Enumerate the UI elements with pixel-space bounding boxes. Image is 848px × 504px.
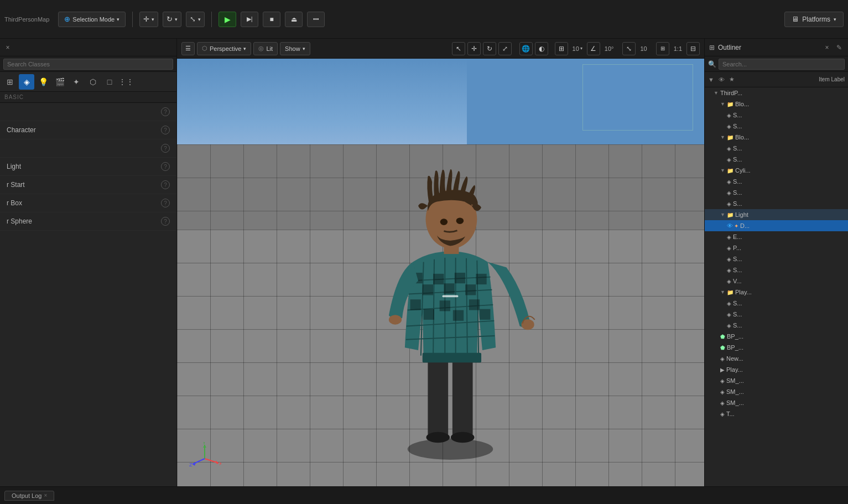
outliner-item-t[interactable]: ◈ T... <box>705 408 848 419</box>
star-filter-icon[interactable]: ★ <box>729 76 735 83</box>
world-grid-button[interactable]: 🌐 <box>519 42 533 55</box>
outliner-item-sm1[interactable]: ◈ SM_... <box>705 375 848 386</box>
lit-button[interactable]: ◎ Lit <box>253 42 278 55</box>
place-item-4-help[interactable]: ? <box>161 180 170 189</box>
transform-button[interactable]: ✛ ▾ <box>139 12 158 27</box>
place-item-5[interactable]: r Box ? <box>0 194 176 212</box>
outliner-item-bp1[interactable]: ⬟ BP_... <box>705 331 848 342</box>
place-item-1[interactable]: Character ? <box>0 121 176 139</box>
realtime-button[interactable]: ◐ <box>535 42 548 55</box>
geometry-icon-btn[interactable]: ◈ <box>19 74 34 90</box>
visual-effects-icon-btn[interactable]: ✦ <box>69 74 84 90</box>
outliner-item-s10[interactable]: ◈ S... <box>705 298 848 309</box>
outliner-edit-button[interactable]: ✎ <box>835 43 844 52</box>
filter-dropdown-icon[interactable]: ▼ <box>708 76 714 83</box>
scale-button[interactable]: ⤡ <box>622 42 636 55</box>
place-item-0-help[interactable]: ? <box>161 107 170 116</box>
place-item-1-help[interactable]: ? <box>161 126 170 134</box>
place-item-2[interactable]: ? <box>0 139 176 158</box>
rotate-button[interactable]: ↻ ▾ <box>163 12 181 27</box>
mesh-icon-s2: ◈ <box>727 123 731 129</box>
outliner-item-d[interactable]: 👁 ✦ D... <box>705 220 848 231</box>
cinematic-icon-btn[interactable]: 🎬 <box>52 74 67 90</box>
maximize-tool-button[interactable]: ⤢ <box>498 42 512 55</box>
outliner-item-cyli[interactable]: ▼ 📁 Cyli... <box>705 165 848 176</box>
outliner-item-block2[interactable]: ▼ 📁 Blo... <box>705 132 848 143</box>
output-log-close[interactable]: × <box>44 492 47 498</box>
outliner-item-s2[interactable]: ◈ S... <box>705 121 848 132</box>
more-button[interactable]: ••• <box>307 12 325 27</box>
outliner-item-p[interactable]: ◈ P... <box>705 242 848 253</box>
svg-rect-18 <box>476 273 486 284</box>
selection-mode-button[interactable]: ⊕ Selection Mode ▾ <box>58 12 126 27</box>
outliner-close-button[interactable]: × <box>823 43 831 52</box>
place-actors-tab-close[interactable]: × <box>3 43 12 52</box>
place-item-2-help[interactable]: ? <box>161 144 170 153</box>
mesh-icon-s3: ◈ <box>727 146 731 152</box>
outliner-item-s7[interactable]: ◈ S... <box>705 198 848 209</box>
outliner-search-input[interactable] <box>719 59 845 70</box>
grid-toggle-button[interactable]: ⊞ <box>555 42 568 55</box>
outliner-item-v[interactable]: ◈ V... <box>705 276 848 287</box>
perspective-button[interactable]: ⬡ Perspective ▾ <box>197 42 251 55</box>
place-item-0[interactable]: ? <box>0 103 176 121</box>
place-item-6[interactable]: r Sphere ? <box>0 212 176 231</box>
place-item-5-help[interactable]: ? <box>161 199 170 207</box>
lights-icon-btn[interactable]: 💡 <box>35 74 51 90</box>
aspect-value-button[interactable]: 1:1 <box>672 44 684 53</box>
cursor-tool-button[interactable]: ↖ <box>452 42 465 55</box>
outliner-item-s8[interactable]: ◈ S... <box>705 253 848 264</box>
place-item-3-help[interactable]: ? <box>161 162 170 171</box>
search-input[interactable] <box>3 59 173 70</box>
stop-button[interactable]: ■ <box>263 12 280 27</box>
platforms-button[interactable]: 🖥 Platforms ▾ <box>784 12 844 27</box>
place-item-3[interactable]: Light ? <box>0 158 176 176</box>
place-item-6-help[interactable]: ? <box>161 217 170 226</box>
volumes-icon-btn[interactable]: □ <box>102 74 117 90</box>
outliner-item-s11[interactable]: ◈ S... <box>705 309 848 320</box>
s9-label: S... <box>733 267 742 273</box>
all-icon-btn[interactable]: ⋮⋮ <box>118 74 134 90</box>
outliner-item-light-folder[interactable]: ▼ 📁 Light <box>705 209 848 220</box>
outliner-item-s4[interactable]: ◈ S... <box>705 154 848 165</box>
outliner-item-bp2[interactable]: ⬟ BP_... <box>705 342 848 353</box>
outliner-item-s3[interactable]: ◈ S... <box>705 143 848 154</box>
outliner-item-block1[interactable]: ▼ 📁 Blo... <box>705 98 848 110</box>
viewport-menu-button[interactable]: ☰ <box>181 42 195 55</box>
show-button[interactable]: Show ▾ <box>280 42 310 55</box>
new-label: New... <box>726 355 743 362</box>
outliner-item-e[interactable]: ◈ E... <box>705 231 848 242</box>
move-tool-button[interactable]: ✛ <box>467 42 481 55</box>
play-button[interactable]: ▶ <box>218 12 236 27</box>
place-item-4[interactable]: r Start ? <box>0 176 176 194</box>
outliner-item-sm3[interactable]: ◈ SM_... <box>705 397 848 408</box>
outliner-item-s12[interactable]: ◈ S... <box>705 320 848 331</box>
outliner-item-s9[interactable]: ◈ S... <box>705 264 848 276</box>
layout-button[interactable]: ⊟ <box>686 42 700 55</box>
outliner-item-s5[interactable]: ◈ S... <box>705 176 848 187</box>
viewport[interactable]: ☰ ⬡ Perspective ▾ ◎ Lit Show ▾ ↖ <box>177 39 704 486</box>
eject-button[interactable]: ⏏ <box>285 12 303 27</box>
output-log-tab[interactable]: Output Log × <box>4 491 54 501</box>
orbit-tool-button[interactable]: ↻ <box>483 42 496 55</box>
all-classes-icon-btn[interactable]: ⊞ <box>2 74 18 90</box>
scale-button[interactable]: ⤡ ▾ <box>186 12 205 27</box>
outliner-item-root[interactable]: ▼ ThirdP... <box>705 87 848 98</box>
outliner-item-sm2[interactable]: ◈ SM_... <box>705 386 848 397</box>
outliner-item-s6[interactable]: ◈ S... <box>705 187 848 198</box>
angle-button[interactable]: ∠ <box>587 42 600 55</box>
play-next-button[interactable]: ▶| <box>241 12 258 27</box>
outliner-item-s1[interactable]: ◈ S... <box>705 110 848 121</box>
outliner-item-play-folder[interactable]: ▼ 📁 Play... <box>705 287 848 298</box>
grid-size-button[interactable]: 10 ▾ <box>570 44 585 53</box>
angle-value-button[interactable]: 10° <box>602 44 616 53</box>
place-item-4-name: r Start <box>7 181 25 189</box>
play-folder-label: Play... <box>735 289 752 295</box>
aspect-button[interactable]: ⊞ <box>656 42 669 55</box>
geometry2-icon-btn[interactable]: ⬡ <box>85 74 101 90</box>
scale-value-button[interactable]: 10 <box>638 44 649 53</box>
eye-filter-icon[interactable]: 👁 <box>719 76 725 83</box>
root-expand-arrow: ▼ <box>714 90 720 96</box>
outliner-item-new[interactable]: ◈ New... <box>705 353 848 364</box>
outliner-item-play2[interactable]: ▶ Play... <box>705 364 848 375</box>
